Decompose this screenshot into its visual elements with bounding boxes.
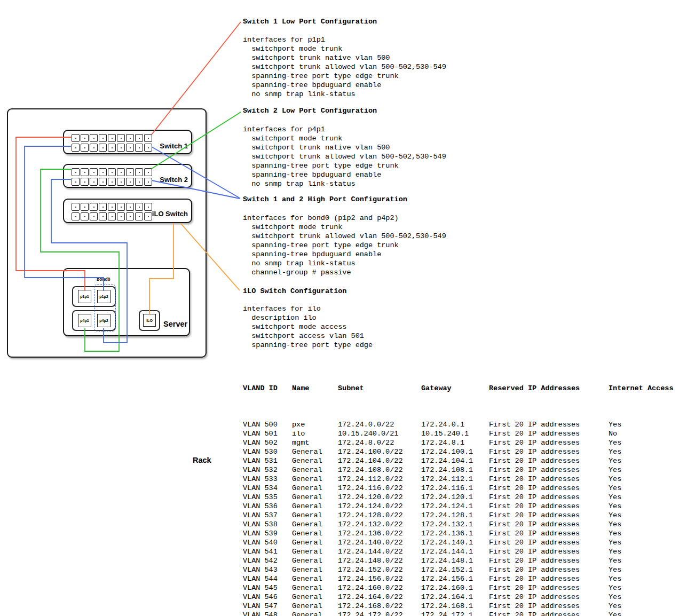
switch-port	[72, 178, 80, 186]
table-cell-name: General	[292, 611, 338, 616]
table-cell-internet: Yes	[609, 583, 621, 593]
table-cell-name: General	[292, 529, 338, 538]
nic-port-p1p1: p1p1	[78, 290, 91, 303]
table-cell-internet: Yes	[609, 520, 621, 529]
switch-port	[90, 212, 98, 220]
table-cell-internet: Yes	[609, 493, 621, 502]
table-cell-subnet: 10.15.240.0/21	[338, 429, 421, 438]
ilo-switch-label: iLO Switch	[152, 210, 188, 218]
table-cell-id: VLAN 540	[243, 538, 292, 547]
switch-2-ports	[72, 168, 152, 187]
table-cell-subnet: 172.24.156.0/22	[338, 574, 421, 583]
table-cell-internet: Yes	[609, 502, 621, 511]
table-cell-reserved: First 20 IP addresses	[489, 602, 609, 611]
table-row: VLAN 532General172.24.108.0/22172.24.108…	[243, 465, 674, 475]
switch-port	[99, 178, 107, 186]
switch-port	[126, 212, 134, 220]
nic-port-ilo: iLO	[143, 314, 156, 327]
table-row: VLAN 537General172.24.128.0/22172.24.128…	[243, 511, 674, 520]
switch-port	[108, 134, 116, 142]
table-cell-id: VLAN 547	[243, 602, 292, 611]
table-cell-reserved: First 20 IP addresses	[489, 447, 609, 456]
table-cell-reserved: First 20 IP addresses	[489, 493, 609, 502]
table-cell-name: General	[292, 511, 338, 520]
switch-port	[144, 144, 152, 152]
port-row	[72, 178, 152, 186]
table-cell-gateway: 10.15.240.1	[421, 429, 489, 438]
table-cell-internet: Yes	[609, 538, 621, 547]
table-cell-name: General	[292, 547, 338, 556]
table-cell-gateway: 172.24.160.1	[421, 583, 489, 593]
switch-port	[90, 178, 98, 186]
port-row	[72, 168, 152, 176]
table-cell-reserved: First 20 IP addresses	[489, 574, 609, 583]
switch-port	[108, 212, 116, 220]
table-cell-internet: Yes	[609, 602, 621, 611]
table-cell-gateway: 172.24.116.1	[421, 484, 489, 493]
table-cell-gateway: 172.24.124.1	[421, 502, 489, 511]
table-cell-subnet: 172.24.8.0/22	[338, 438, 421, 447]
nic-port-p4p1: p4p1	[78, 314, 91, 327]
switch-port	[117, 212, 125, 220]
table-cell-gateway: 172.24.144.1	[421, 547, 489, 556]
switch-port	[126, 134, 134, 142]
switch-port	[108, 144, 116, 152]
table-cell-id: VLAN 534	[243, 484, 292, 493]
switch-port	[99, 212, 107, 220]
vlan-table-header: VLAND IDNameSubnetGatewayReserved IP Add…	[243, 384, 674, 402]
table-cell-gateway: 172.24.152.1	[421, 565, 489, 574]
table-cell-gateway: 172.24.164.1	[421, 593, 489, 602]
switch-port	[144, 168, 152, 176]
table-cell-subnet: 172.24.100.0/22	[338, 447, 421, 456]
switch-port	[135, 178, 143, 186]
switch-port	[117, 178, 125, 186]
table-cell-gateway: 172.24.168.1	[421, 602, 489, 611]
table-cell-internet: Yes	[609, 574, 621, 583]
switch-port	[135, 203, 143, 211]
ilo-switch-ports	[72, 203, 152, 222]
config-body-ilo-switch: interfaces for ilo description ilo switc…	[243, 304, 373, 350]
table-cell-subnet: 172.24.132.0/22	[338, 520, 421, 529]
config-title-switch2-low: Switch 2 Low Port Configuration	[243, 107, 377, 115]
table-cell-subnet: 172.24.128.0/22	[338, 511, 421, 520]
column-header: VLAND ID	[243, 384, 292, 402]
table-cell-gateway: 172.24.148.1	[421, 556, 489, 565]
table-cell-reserved: First 20 IP addresses	[489, 475, 609, 484]
table-cell-reserved: First 20 IP addresses	[489, 547, 609, 556]
column-header: Reserved IP Addresses	[489, 384, 609, 402]
table-cell-name: General	[292, 583, 338, 593]
table-cell-reserved: First 20 IP addresses	[489, 529, 609, 538]
table-cell-subnet: 172.24.124.0/22	[338, 502, 421, 511]
table-cell-name: General	[292, 493, 338, 502]
table-cell-name: mgmt	[292, 438, 338, 447]
switch-2-box: Switch 2	[63, 164, 192, 188]
table-cell-gateway: 172.24.0.1	[421, 420, 489, 429]
table-cell-reserved: First 20 IP addresses	[489, 438, 609, 447]
switch-port	[72, 134, 80, 142]
switch-port	[144, 203, 152, 211]
table-cell-name: General	[292, 593, 338, 602]
table-cell-name: General	[292, 456, 338, 465]
table-cell-subnet: 172.24.152.0/22	[338, 565, 421, 574]
table-cell-reserved: First 20 IP addresses	[489, 520, 609, 529]
table-cell-subnet: 172.24.0.0/22	[338, 420, 421, 429]
table-cell-name: General	[292, 602, 338, 611]
config-title-switch1-low: Switch 1 Low Port Configuration	[243, 18, 377, 26]
switch-port	[90, 168, 98, 176]
table-row: VLAN 548General172.24.172.0/22172.24.172…	[243, 611, 674, 616]
table-cell-internet: Yes	[609, 593, 621, 602]
table-cell-id: VLAN 500	[243, 420, 292, 429]
table-cell-internet: Yes	[609, 456, 621, 465]
table-cell-gateway: 172.24.136.1	[421, 529, 489, 538]
table-cell-name: General	[292, 475, 338, 484]
table-cell-subnet: 172.24.168.0/22	[338, 602, 421, 611]
switch-port	[135, 134, 143, 142]
table-cell-id: VLAN 544	[243, 574, 292, 583]
table-row: VLAN 502mgmt172.24.8.0/22172.24.8.1First…	[243, 438, 674, 447]
table-cell-id: VLAN 533	[243, 475, 292, 484]
table-cell-internet: Yes	[609, 511, 621, 520]
switch-port	[99, 168, 107, 176]
switch-port	[117, 203, 125, 211]
switch-port	[99, 134, 107, 142]
table-row: VLAN 547General172.24.168.0/22172.24.168…	[243, 602, 674, 611]
